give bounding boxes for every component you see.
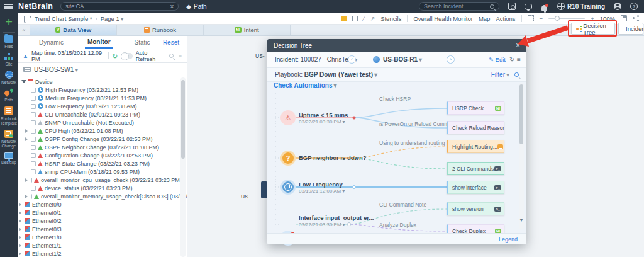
dialog-device-selector[interactable]: US-BOS-R1 (383, 56, 422, 63)
tab-static[interactable]: Static (132, 37, 153, 48)
tree-item[interactable]: Low Frequency (03/19/21 12:38 AM) (18, 102, 180, 110)
sidebar-item-site[interactable]: Site (0, 53, 18, 66)
sidebar-item-desktop[interactable]: Desktop (0, 152, 18, 164)
checkbox[interactable] (31, 137, 36, 142)
tenant-selector[interactable]: R10 Training (557, 3, 605, 10)
incident-selector[interactable]: Incident: 100027 - ChrisTest (275, 56, 358, 63)
node-title[interactable]: Interface input_output er... (299, 214, 374, 221)
path-label[interactable]: Path (194, 3, 207, 10)
zoom-slider[interactable] (548, 18, 585, 19)
node-date[interactable]: 03/22/21 03:30 PM (299, 222, 345, 227)
tree-item-interface[interactable]: Ethernet0/3 (18, 225, 180, 233)
actions-menu-button[interactable]: Actions (496, 15, 515, 22)
reset-link[interactable]: Reset (163, 39, 179, 46)
auto-refresh-toggle[interactable] (121, 53, 132, 59)
dialog-scrollbar[interactable]: ▼ (519, 83, 524, 229)
checkbox[interactable] (31, 120, 36, 125)
alarm-icon[interactable]: ⚠ (280, 110, 296, 125)
node-title[interactable]: BGP neighbor is down? (299, 154, 367, 161)
expander-icon[interactable] (19, 203, 23, 207)
notifications-bell-icon[interactable] (541, 5, 547, 11)
expander-icon[interactable] (21, 80, 26, 86)
tree-item[interactable]: OSPF Neighbor Change (03/22/21 01:08 PM) (18, 143, 180, 151)
scroll-down-icon[interactable]: ▼ (519, 217, 524, 223)
dialog-refresh-icon[interactable]: ↻ (509, 56, 514, 63)
refresh-icon[interactable]: ↻ (112, 53, 118, 59)
tree-item[interactable]: Configuration Change (03/22/21 02:53 PM) (18, 151, 180, 159)
global-search-input[interactable]: site:CA × (60, 2, 179, 11)
main-menu-icon[interactable] (4, 4, 13, 9)
tree-item[interactable]: SNMP Unreachable (Not Executed) (18, 118, 180, 127)
node-date[interactable]: 03/22/21 03:30 PM (299, 119, 345, 125)
note-tool-icon[interactable] (341, 16, 347, 21)
automation-box[interactable]: HSRP CheckNI (447, 101, 504, 115)
tree-item[interactable]: CPU High (03/22/21 01:08 PM) (18, 127, 180, 135)
sidebar-item-path[interactable]: Path (0, 89, 18, 102)
checkbox[interactable] (31, 112, 36, 117)
panel-scrollbar[interactable] (180, 77, 186, 257)
tree-group-device[interactable]: Device (18, 77, 180, 86)
checkbox[interactable] (31, 153, 36, 158)
zoom-slider-handle[interactable] (555, 16, 560, 21)
expander-icon[interactable] (25, 178, 30, 182)
automation-box[interactable]: Check Reload ReasonNI (447, 121, 504, 134)
tree-item-interface[interactable]: Ethernet0/1 (18, 208, 180, 217)
dialog-search-icon[interactable] (514, 72, 519, 77)
tree-item-interface[interactable]: Ethernet1/0 (18, 233, 180, 241)
panel-scrollbar-thumb[interactable] (181, 80, 185, 159)
automation-box[interactable]: show version>_ (447, 202, 504, 215)
save-icon[interactable] (621, 15, 627, 21)
panel-menu-icon[interactable]: ≡ (179, 53, 182, 59)
tree-item-interface[interactable]: Ethernet0/0 (18, 200, 180, 208)
tree-item[interactable]: High Frequency (03/22/21 12:53 PM) (18, 86, 180, 94)
tree-item[interactable]: Medium Frequency (03/21/21 11:53 PM) (18, 94, 180, 102)
user-avatar-icon[interactable] (614, 3, 621, 10)
checkbox[interactable] (31, 186, 36, 191)
tree-item[interactable]: CLI Unreachable (02/01/21 09:23 PM) (18, 110, 180, 118)
expander-icon[interactable] (19, 219, 23, 223)
checkbox[interactable] (31, 178, 32, 183)
expander-icon[interactable] (19, 236, 23, 239)
node-date[interactable]: 03/19/21 12:00 AM (299, 188, 345, 194)
contacts-icon[interactable] (508, 3, 516, 10)
expander-icon[interactable] (25, 137, 30, 141)
close-icon[interactable]: × (516, 41, 520, 50)
line-tool-icon[interactable]: ∕ (364, 15, 365, 22)
expander-icon[interactable] (19, 244, 23, 248)
next-device-button[interactable]: › (447, 55, 455, 64)
panel-search-icon[interactable] (169, 54, 174, 58)
automation-box[interactable]: 2 CLI Commands>_ (447, 162, 504, 175)
tab-dynamic[interactable]: Dynamic (36, 37, 66, 48)
expand-map-icon[interactable] (24, 16, 30, 21)
sidebar-item-network-change[interactable]: Network Change (0, 130, 18, 148)
tree-item[interactable]: device_status (03/22/21 03:23 PM) (18, 184, 180, 192)
incident-button[interactable]: Incident (618, 23, 643, 35)
expander-icon[interactable] (25, 129, 30, 133)
edit-button[interactable]: ✎ Edit (489, 56, 506, 63)
overall-health-monitor-button[interactable]: Overall Health Monitor (413, 15, 473, 22)
expander-icon[interactable] (19, 227, 23, 231)
chat-icon[interactable] (525, 4, 532, 9)
expander-icon[interactable] (19, 252, 23, 256)
collapse-panel-icon[interactable]: « (18, 25, 30, 35)
share-icon[interactable] (633, 15, 639, 21)
legend-link[interactable]: Legend (499, 236, 518, 243)
fit-screen-icon[interactable] (528, 15, 534, 21)
tab-intent[interactable]: NI Intent (204, 25, 291, 35)
checkbox[interactable] (31, 194, 32, 199)
add-button[interactable]: + (3, 14, 15, 33)
tree-item[interactable]: overall_monitor_cpu_usage_check (03/22/2… (18, 176, 180, 184)
checkbox[interactable] (31, 104, 36, 109)
tree-item-interface[interactable]: Ethernet1/1 (18, 241, 180, 249)
tab-monitor[interactable]: Monitor (85, 37, 113, 49)
tree-item[interactable]: overall_monitor_memory_usage_check[Cisco… (18, 192, 180, 200)
tree-item[interactable]: OSPF Config Change (03/22/21 02:53 PM) (18, 135, 180, 143)
page-selector[interactable]: Page 1 (101, 15, 124, 22)
tab-data-view[interactable]: V Data View (30, 25, 117, 35)
checkbox[interactable] (31, 88, 36, 93)
map-menu-button[interactable]: Map (479, 15, 490, 22)
help-icon[interactable]: ? (630, 3, 638, 10)
tree-item-interface[interactable]: Ethernet1/2 (18, 249, 180, 257)
connector-tool-icon[interactable]: ↗ (370, 15, 375, 22)
device-selector[interactable]: US-BOS-SW1 (34, 66, 78, 73)
